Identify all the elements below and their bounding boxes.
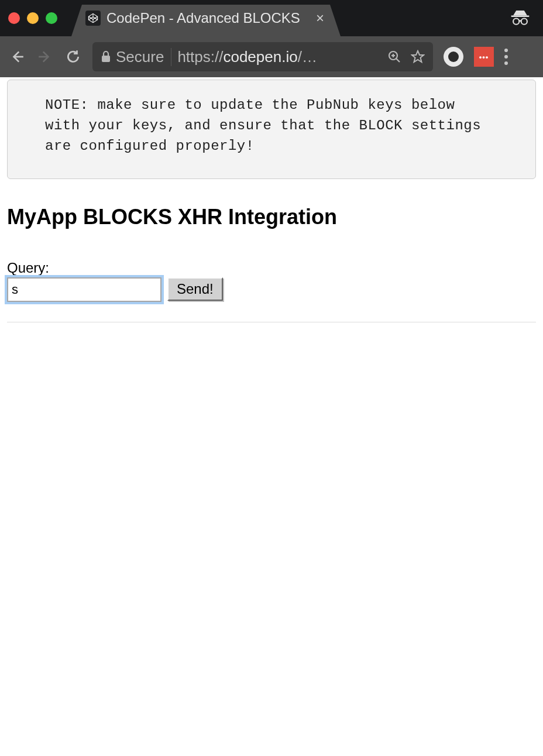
bookmark-star-icon[interactable] — [411, 50, 425, 64]
window-zoom-button[interactable] — [46, 12, 57, 24]
svg-rect-3 — [511, 15, 530, 17]
query-label: Query: — [7, 260, 536, 276]
lock-icon — [101, 50, 111, 63]
codepen-favicon — [85, 11, 101, 26]
window-close-button[interactable] — [8, 12, 20, 24]
divider — [7, 322, 536, 322]
svg-point-4 — [513, 19, 519, 25]
browser-toolbar: Secure https://codepen.io/… ••• — [0, 36, 543, 77]
forward-button[interactable] — [36, 48, 54, 66]
secure-chip[interactable]: Secure — [101, 48, 171, 66]
page-content: NOTE: make sure to update the PubNub key… — [0, 80, 543, 322]
extension-lastpass-icon[interactable]: ••• — [474, 47, 494, 67]
zoom-icon[interactable] — [387, 50, 401, 64]
tab-title: CodePen - Advanced BLOCKS — [106, 10, 310, 26]
browser-tab[interactable]: CodePen - Advanced BLOCKS × — [71, 0, 341, 36]
url-text: https://codepen.io/… — [177, 48, 382, 66]
secure-label: Secure — [116, 48, 164, 66]
incognito-icon — [510, 8, 530, 28]
reload-button[interactable] — [64, 48, 82, 66]
back-button[interactable] — [8, 48, 26, 66]
svg-line-10 — [396, 59, 400, 62]
svg-marker-13 — [412, 51, 424, 62]
svg-point-5 — [521, 19, 527, 25]
window-minimize-button[interactable] — [27, 12, 39, 24]
extension-ublock-icon[interactable] — [444, 47, 463, 67]
svg-rect-8 — [102, 56, 110, 62]
tab-close-icon[interactable]: × — [316, 10, 330, 26]
browser-menu-button[interactable] — [504, 49, 508, 65]
page-title: MyApp BLOCKS XHR Integration — [7, 205, 536, 229]
query-input[interactable] — [7, 277, 161, 302]
address-bar[interactable]: Secure https://codepen.io/… — [92, 42, 433, 71]
window-controls — [8, 12, 57, 24]
note-text: NOTE: make sure to update the PubNub key… — [45, 97, 481, 154]
note-box: NOTE: make sure to update the PubNub key… — [7, 80, 536, 179]
query-form: Query: Send! — [7, 260, 536, 302]
send-button[interactable]: Send! — [167, 277, 223, 301]
browser-tab-strip: CodePen - Advanced BLOCKS × — [0, 0, 543, 36]
